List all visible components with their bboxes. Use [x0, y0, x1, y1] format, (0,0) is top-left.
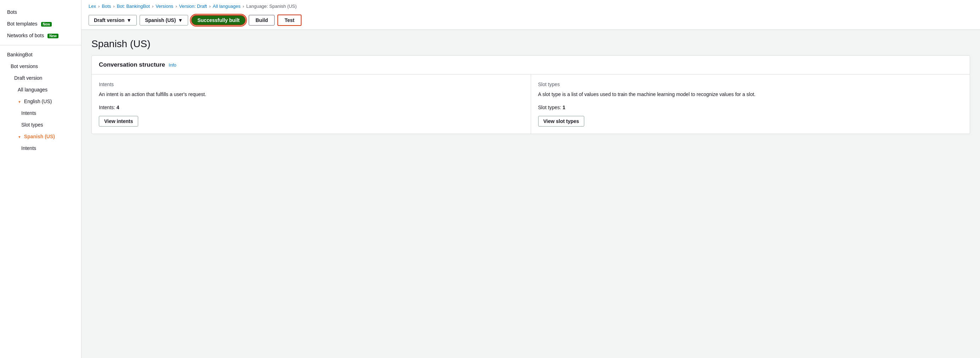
intents-count-label: Intents:	[99, 105, 115, 110]
english-us-label: English (US)	[24, 99, 52, 104]
main-content: Lex › Bots › Bot: BankingBot › Versions …	[81, 0, 980, 358]
successfully-built-button[interactable]: Successfully built	[191, 15, 246, 25]
info-link[interactable]: Info	[169, 62, 177, 68]
breadcrumb-bankingbot[interactable]: Bot: BankingBot	[117, 3, 150, 9]
breadcrumb-lex[interactable]: Lex	[89, 3, 96, 9]
sidebar-item-bots[interactable]: Bots	[0, 6, 81, 18]
language-label: Spanish (US)	[145, 18, 176, 23]
intents-column: Intents An intent is an action that fulf…	[92, 75, 531, 134]
sidebar: Bots Bot templates New Networks of bots …	[0, 0, 81, 358]
slot-types-count: Slot types: 1	[538, 105, 963, 110]
spanish-us-label: Spanish (US)	[24, 134, 55, 139]
view-intents-button[interactable]: View intents	[99, 116, 138, 127]
bot-templates-badge: New	[41, 22, 52, 27]
intents-count: Intents: 4	[99, 105, 523, 110]
intents-label: Intents	[99, 81, 523, 87]
networks-label: Networks of bots	[7, 33, 44, 38]
test-button[interactable]: Test	[277, 14, 302, 26]
sidebar-item-intents-es[interactable]: Intents	[0, 143, 81, 154]
sidebar-item-slot-types-en[interactable]: Slot types	[0, 119, 81, 131]
draft-version-button[interactable]: Draft version ▼	[89, 15, 137, 25]
breadcrumb-versions[interactable]: Versions	[156, 3, 173, 9]
networks-badge: New	[48, 34, 59, 38]
view-slot-types-button[interactable]: View slot types	[538, 116, 585, 127]
sidebar-divider	[0, 45, 81, 45]
sidebar-item-networks[interactable]: Networks of bots New	[0, 30, 81, 41]
bot-templates-label: Bot templates	[7, 21, 38, 27]
slot-types-label: Slot types	[538, 81, 963, 87]
topbar: Lex › Bots › Bot: BankingBot › Versions …	[81, 0, 980, 30]
language-selector-button[interactable]: Spanish (US) ▼	[140, 15, 188, 25]
sidebar-item-all-languages[interactable]: All languages	[0, 84, 81, 96]
slot-types-description: A slot type is a list of values used to …	[538, 91, 963, 98]
english-us-triangle: ▼	[18, 99, 21, 105]
breadcrumb-sep-1: ›	[98, 3, 100, 9]
sidebar-item-bot-versions[interactable]: Bot versions	[0, 60, 81, 72]
page-title: Spanish (US)	[91, 38, 970, 49]
card-header: Conversation structure Info	[92, 56, 970, 75]
breadcrumb-sep-3: ›	[152, 3, 153, 9]
breadcrumb-sep-4: ›	[175, 3, 177, 9]
breadcrumb: Lex › Bots › Bot: BankingBot › Versions …	[89, 3, 973, 9]
page-header: Spanish (US)	[81, 30, 980, 55]
breadcrumb-sep-5: ›	[209, 3, 210, 9]
breadcrumb-bots[interactable]: Bots	[102, 3, 111, 9]
slot-types-count-label: Slot types:	[538, 105, 561, 110]
sidebar-item-english-us[interactable]: ▼ English (US)	[0, 96, 81, 107]
breadcrumb-all-languages[interactable]: All languages	[213, 3, 240, 9]
sidebar-item-draft-version[interactable]: Draft version	[0, 72, 81, 84]
breadcrumb-sep-6: ›	[243, 3, 244, 9]
page-content: Spanish (US) Conversation structure Info…	[81, 30, 980, 358]
sidebar-item-bankingbot[interactable]: BankingBot	[0, 49, 81, 60]
conversation-structure-card: Conversation structure Info Intents An i…	[91, 55, 970, 134]
language-chevron-icon: ▼	[178, 18, 183, 23]
breadcrumb-sep-2: ›	[113, 3, 115, 9]
build-button[interactable]: Build	[249, 15, 275, 25]
toolbar: Draft version ▼ Spanish (US) ▼ Successfu…	[89, 14, 302, 26]
sidebar-item-bot-templates[interactable]: Bot templates New	[0, 18, 81, 30]
sidebar-item-spanish-us[interactable]: ▼ Spanish (US)	[0, 131, 81, 143]
spanish-us-triangle: ▼	[18, 134, 21, 140]
slot-types-count-value: 1	[563, 105, 565, 110]
breadcrumb-draft[interactable]: Version: Draft	[179, 3, 207, 9]
card-title: Conversation structure	[99, 61, 165, 68]
card-body: Intents An intent is an action that fulf…	[92, 75, 970, 134]
draft-version-chevron-icon: ▼	[126, 18, 132, 23]
intents-description: An intent is an action that fulfills a u…	[99, 91, 523, 98]
intents-count-value: 4	[116, 105, 119, 110]
draft-version-label: Draft version	[94, 18, 124, 23]
sidebar-item-intents-en[interactable]: Intents	[0, 107, 81, 119]
breadcrumb-current: Language: Spanish (US)	[246, 3, 297, 9]
slot-types-column: Slot types A slot type is a list of valu…	[531, 75, 970, 134]
